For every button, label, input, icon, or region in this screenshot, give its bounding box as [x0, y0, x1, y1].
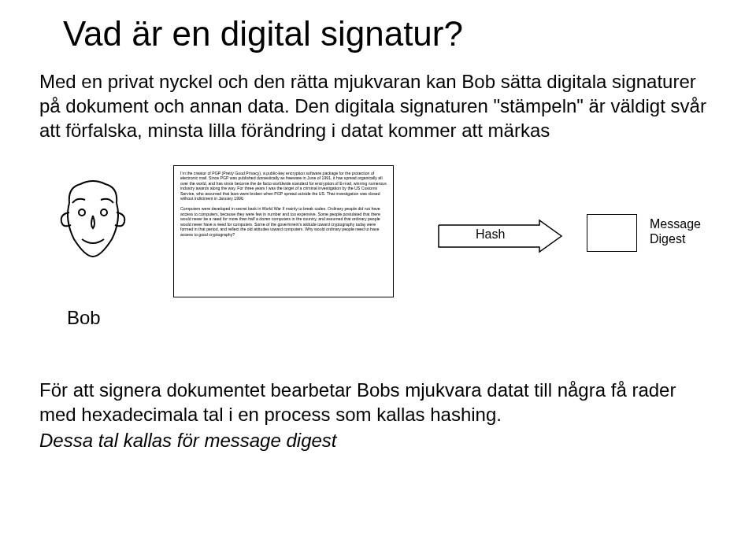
svg-point-1 [101, 209, 107, 216]
svg-point-0 [79, 209, 85, 216]
document-text: I'm the creator of PGP (Pretty Good Priv… [180, 171, 387, 238]
outro-paragraph-1: För att signera dokumentet bearbetar Bob… [39, 378, 717, 427]
page-title: Vad är en digital signatur? [63, 14, 717, 54]
digest-label-line2: Digest [650, 232, 685, 246]
diagram: I'm the creator of PGP (Pretty Good Priv… [39, 157, 717, 378]
face-icon [54, 173, 132, 268]
digest-label-line1: Message [650, 217, 701, 231]
document-icon: I'm the creator of PGP (Pretty Good Priv… [173, 165, 394, 297]
intro-paragraph: Med en privat nyckel och den rätta mjukv… [39, 69, 717, 143]
outro-paragraph-2: Dessa tal kallas för message digest [39, 428, 717, 452]
hash-label: Hash [476, 227, 505, 242]
digest-label: Message Digest [650, 216, 701, 246]
slide-page: Vad är en digital signatur? Med en priva… [0, 0, 756, 452]
digest-box-icon [587, 214, 637, 252]
bob-label: Bob [67, 307, 101, 329]
